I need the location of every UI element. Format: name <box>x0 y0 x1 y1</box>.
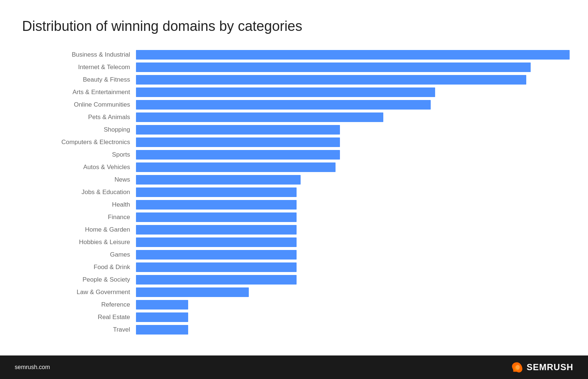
main-content: Distribution of winning domains by categ… <box>0 0 588 355</box>
semrush-brand-text: SEMRUSH <box>527 362 573 372</box>
bar-label: Beauty & Fitness <box>22 76 136 83</box>
chart-title: Distribution of winning domains by categ… <box>22 18 566 34</box>
bar-track <box>136 287 566 297</box>
bar-row: Health <box>22 199 566 211</box>
bar-row: Pets & Animals <box>22 111 566 123</box>
bar-label: Arts & Entertainment <box>22 89 136 96</box>
footer-url: semrush.com <box>15 364 50 371</box>
semrush-icon <box>510 361 524 374</box>
bar-track <box>136 150 566 160</box>
bar-label: Law & Government <box>22 289 136 296</box>
bar-track <box>136 275 566 285</box>
svg-point-0 <box>516 365 520 370</box>
bar-row: Online Communities <box>22 99 566 111</box>
bar-track <box>136 100 566 110</box>
bar-label: News <box>22 176 136 183</box>
bar-fill <box>136 150 340 160</box>
bar-track <box>136 312 566 322</box>
bar-row: Shopping <box>22 124 566 136</box>
bar-label: Business & Industrial <box>22 51 136 58</box>
bar-row: Business & Industrial <box>22 49 566 61</box>
bar-track <box>136 112 566 122</box>
bar-fill <box>136 200 297 210</box>
footer: semrush.com SEMRUSH <box>0 355 588 379</box>
bar-track <box>136 237 566 247</box>
bar-label: Pets & Animals <box>22 114 136 121</box>
bar-row: Autos & Vehicles <box>22 161 566 173</box>
bar-label: Autos & Vehicles <box>22 164 136 171</box>
bar-label: Travel <box>22 326 136 333</box>
bar-row: Finance <box>22 211 566 223</box>
bar-row: Beauty & Fitness <box>22 74 566 86</box>
bar-fill <box>136 325 188 335</box>
bar-track <box>136 87 566 97</box>
bar-label: Internet & Telecom <box>22 64 136 71</box>
bar-track <box>136 162 566 172</box>
bar-label: Finance <box>22 214 136 221</box>
bar-label: Sports <box>22 151 136 158</box>
bar-fill <box>136 75 526 85</box>
bar-label: Computers & Electronics <box>22 139 136 146</box>
bar-track <box>136 137 566 147</box>
bar-fill <box>136 237 297 247</box>
bar-track <box>136 50 570 60</box>
bar-track <box>136 200 566 210</box>
bar-track <box>136 212 566 222</box>
bar-fill <box>136 175 301 185</box>
bar-fill <box>136 187 297 197</box>
bar-label: Jobs & Education <box>22 189 136 196</box>
bar-label: Health <box>22 201 136 208</box>
chart-container: Business & IndustrialInternet & TelecomB… <box>22 49 566 336</box>
bar-label: Home & Garden <box>22 226 136 233</box>
bar-fill <box>136 62 531 72</box>
bar-row: Hobbies & Leisure <box>22 236 566 248</box>
bar-label: Games <box>22 251 136 258</box>
bar-row: Real Estate <box>22 311 566 323</box>
bar-row: Law & Government <box>22 286 566 298</box>
bar-fill <box>136 100 431 110</box>
bar-row: News <box>22 174 566 186</box>
bar-label: Food & Drink <box>22 264 136 271</box>
bar-track <box>136 300 566 310</box>
bar-track <box>136 62 566 72</box>
bar-label: Shopping <box>22 126 136 133</box>
bar-track <box>136 262 566 272</box>
bar-fill <box>136 275 297 285</box>
bar-row: Games <box>22 249 566 261</box>
bar-label: Hobbies & Leisure <box>22 239 136 246</box>
bar-fill <box>136 50 570 60</box>
bar-track <box>136 187 566 197</box>
bar-fill <box>136 300 188 310</box>
bar-track <box>136 225 566 235</box>
bar-fill <box>136 137 340 147</box>
bar-row: People & Society <box>22 274 566 286</box>
bar-row: Internet & Telecom <box>22 61 566 73</box>
bar-fill <box>136 312 188 322</box>
bar-row: Arts & Entertainment <box>22 86 566 98</box>
bar-label: Reference <box>22 301 136 308</box>
bar-fill <box>136 162 336 172</box>
bar-track <box>136 325 566 335</box>
bar-fill <box>136 287 249 297</box>
bar-row: Home & Garden <box>22 224 566 236</box>
bar-track <box>136 75 566 85</box>
bar-row: Sports <box>22 149 566 161</box>
bar-fill <box>136 250 297 260</box>
semrush-logo: SEMRUSH <box>510 361 573 374</box>
bar-label: Online Communities <box>22 101 136 108</box>
bar-label: People & Society <box>22 276 136 283</box>
bar-fill <box>136 225 297 235</box>
bar-track <box>136 125 566 135</box>
bar-fill <box>136 112 383 122</box>
bar-fill <box>136 87 435 97</box>
bar-label: Real Estate <box>22 314 136 321</box>
bar-row: Food & Drink <box>22 261 566 273</box>
bar-row: Jobs & Education <box>22 186 566 198</box>
bar-row: Reference <box>22 299 566 311</box>
bar-row: Travel <box>22 324 566 336</box>
bar-track <box>136 250 566 260</box>
bar-track <box>136 175 566 185</box>
bar-fill <box>136 262 297 272</box>
bar-fill <box>136 125 340 135</box>
bar-fill <box>136 212 297 222</box>
